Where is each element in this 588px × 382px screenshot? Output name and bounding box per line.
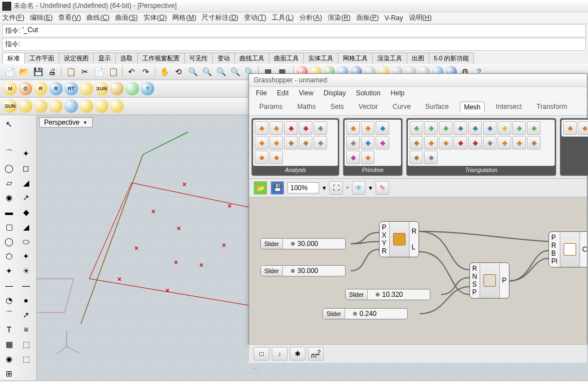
- left-tool-4-0[interactable]: ▱: [1, 176, 17, 190]
- gh-menu-edit[interactable]: Edit: [277, 89, 289, 97]
- gh-menu-view[interactable]: View: [299, 89, 313, 97]
- gh-menu-solution[interactable]: Solution: [356, 89, 380, 97]
- gh-ribbon-icon-2-18[interactable]: ◆: [410, 151, 423, 164]
- left-tool-6-0[interactable]: ▬: [1, 205, 17, 219]
- gh-ribbon-icon-0-2[interactable]: ◆: [284, 121, 298, 135]
- gh-titlebar[interactable]: Grasshopper - unnamed: [249, 74, 587, 87]
- menu-编辑[interactable]: 编辑(E): [30, 13, 53, 23]
- gh-zoom-extents-icon[interactable]: ⛶: [329, 181, 343, 195]
- gh-ribbon-icon-0-10[interactable]: ◆: [255, 151, 268, 164]
- left-tool-8-0[interactable]: ◯: [1, 235, 17, 248]
- gh-ribbon-icon-0-7[interactable]: ◆: [284, 136, 298, 150]
- gh-tab-intersect[interactable]: Intersect: [493, 102, 525, 113]
- menu-实体[interactable]: 实体(O): [143, 13, 167, 23]
- gh-component-2[interactable]: RNSPP: [469, 262, 509, 298]
- port-out-P[interactable]: P: [502, 276, 507, 284]
- port-in-B[interactable]: B: [551, 249, 557, 257]
- port-in-N[interactable]: N: [472, 273, 477, 280]
- gh-ribbon-icon-2-0[interactable]: ◆: [410, 121, 423, 135]
- rhino-tab-1[interactable]: 工作平面: [24, 52, 59, 64]
- command-line-1[interactable]: 指令: '_Cut: [2, 24, 586, 37]
- port-in-Y[interactable]: Y: [382, 239, 387, 247]
- gh-ribbon-icon-0-6[interactable]: ◆: [269, 136, 283, 150]
- menu-曲面[interactable]: 曲面(S): [115, 13, 138, 23]
- gh-component-1[interactable]: PXYRRL: [379, 221, 419, 257]
- zoom-extents-icon[interactable]: 🔍: [201, 65, 213, 78]
- gh-ribbon-icon-1-2[interactable]: ◆: [376, 121, 389, 135]
- gh-ribbon-icon-0-1[interactable]: ◆: [269, 121, 283, 135]
- port-in-R[interactable]: R: [382, 247, 387, 255]
- slider-track[interactable]: 10.320: [368, 291, 430, 298]
- cut-icon[interactable]: ✂: [79, 65, 91, 78]
- left-tool-17-0[interactable]: ⊞: [1, 367, 17, 380]
- gh-ribbon-icon-2-10[interactable]: ◆: [424, 136, 438, 150]
- left-tool-4-1[interactable]: ◢: [18, 176, 34, 190]
- menu-变动[interactable]: 变动(T): [244, 13, 266, 23]
- rhino-tab-10[interactable]: 实体工具: [303, 52, 338, 64]
- vray-icon-8[interactable]: [125, 82, 139, 95]
- gh-ribbon-icon-2-17[interactable]: ◆: [527, 136, 541, 150]
- left-tool-9-1[interactable]: ✦: [18, 249, 34, 263]
- vray-icon-9[interactable]: ?: [141, 82, 154, 95]
- gh-ribbon-icon-2-2[interactable]: ◆: [439, 121, 452, 135]
- zoom-icon[interactable]: 🔍: [186, 65, 199, 78]
- gh-open-icon[interactable]: 📂: [254, 181, 267, 195]
- gh-ribbon-icon-2-5[interactable]: ◆: [483, 121, 496, 135]
- port-in-P[interactable]: P: [472, 288, 477, 296]
- rhino-tab-7[interactable]: 变动: [212, 52, 235, 64]
- gh-tab-mesh[interactable]: Mesh: [460, 102, 484, 113]
- gh-component-3[interactable]: PRBPlC: [548, 231, 587, 267]
- grasshopper-window[interactable]: Grasshopper - unnamed FileEditViewDispla…: [249, 73, 587, 344]
- vray-icon-0[interactable]: M: [3, 82, 17, 95]
- gh-slider-2[interactable]: Slider10.320: [345, 289, 430, 300]
- viewport-title[interactable]: Perspective: [39, 117, 93, 128]
- left-tool-5-0[interactable]: ◉: [1, 191, 17, 204]
- command-line-2[interactable]: 指令:: [2, 38, 586, 51]
- left-tool-1-0[interactable]: [1, 132, 17, 146]
- gh-ribbon-icon-0-0[interactable]: ◆: [255, 121, 268, 135]
- left-tool-11-1[interactable]: —: [18, 279, 34, 292]
- vray-icon-2[interactable]: [34, 99, 47, 113]
- gh-ribbon-icon-0-3[interactable]: ◆: [299, 121, 312, 135]
- rhino-tab-3[interactable]: 显示: [93, 52, 116, 64]
- gh-ribbon-icon-2-11[interactable]: ◆: [439, 136, 452, 150]
- gh-tab-curve[interactable]: Curve: [389, 102, 414, 113]
- rhino-tab-11[interactable]: 网格工具: [338, 52, 373, 64]
- gh-ribbon-icon-0-4[interactable]: ◆: [313, 121, 327, 135]
- gh-ribbon-icon-2-8[interactable]: ◆: [527, 121, 541, 135]
- gh-ribbon-icon-2-3[interactable]: ◆: [454, 121, 467, 135]
- gh-preview-dropdown-icon[interactable]: ▾: [369, 184, 372, 192]
- menu-曲线[interactable]: 曲线(C): [86, 13, 110, 23]
- gh-ribbon-icon-3-0[interactable]: ◆: [563, 121, 577, 135]
- rhino-tab-5[interactable]: 工作视窗配置: [137, 52, 185, 64]
- left-tool-10-0[interactable]: ✦: [1, 264, 17, 278]
- gh-ribbon-icon-0-11[interactable]: ◆: [269, 151, 283, 164]
- port-in-S[interactable]: S: [472, 280, 477, 288]
- port-in-R[interactable]: R: [472, 265, 477, 273]
- gh-bottom-tool-2[interactable]: ✱: [290, 347, 306, 361]
- gh-ribbon-icon-2-12[interactable]: ◆: [454, 136, 467, 150]
- redo-icon[interactable]: ↷: [140, 65, 152, 78]
- left-tool-7-1[interactable]: ◢: [18, 220, 34, 234]
- copy-icon[interactable]: 📋: [64, 65, 77, 78]
- vray-icon-3[interactable]: R: [49, 82, 63, 95]
- gh-ribbon-icon-1-5[interactable]: ◆: [376, 136, 389, 150]
- pan-icon[interactable]: ✋: [158, 65, 171, 78]
- gh-slider-0[interactable]: Slider30.000: [260, 238, 346, 249]
- menu-V-Ray[interactable]: V-Ray: [385, 14, 403, 22]
- gh-save-icon[interactable]: 💾: [271, 181, 284, 195]
- left-tool-15-0[interactable]: ▦: [1, 337, 17, 351]
- gh-ribbon-icon-2-6[interactable]: ◆: [498, 121, 511, 135]
- port-in-Pl[interactable]: Pl: [551, 257, 557, 265]
- gh-ribbon-icon-2-19[interactable]: ◆: [424, 151, 438, 164]
- menu-面板[interactable]: 面板(P): [356, 13, 379, 23]
- gh-canvas[interactable]: Slider30.000Slider30.000Slider10.320Slid…: [249, 197, 587, 344]
- gh-tab-sets[interactable]: Sets: [327, 102, 347, 113]
- new-icon[interactable]: 📄: [3, 65, 16, 78]
- gh-ribbon-icon-1-1[interactable]: ◆: [361, 121, 374, 135]
- vray-icon-7[interactable]: [110, 99, 124, 113]
- gh-ribbon-icon-2-9[interactable]: ◆: [410, 136, 423, 150]
- print-icon[interactable]: 🖨: [46, 65, 58, 78]
- port-in-X[interactable]: X: [382, 231, 387, 239]
- left-tool-2-1[interactable]: ✦: [18, 147, 34, 160]
